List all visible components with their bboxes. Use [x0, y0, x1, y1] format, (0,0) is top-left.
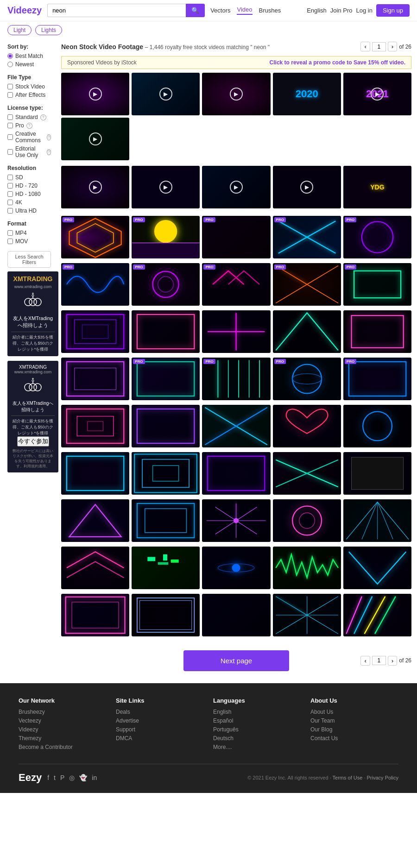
video-thumb-1[interactable]: PRO [61, 216, 129, 258]
search-button[interactable]: 🔍 [186, 4, 205, 17]
format-mp4[interactable]: MP4 [7, 230, 51, 236]
license-pro-info[interactable]: ? [26, 123, 32, 129]
sponsored-cta[interactable]: Click to reveal a promo code to Save 15%… [270, 59, 405, 66]
video-thumb-s4[interactable]: 2020 [273, 73, 341, 115]
login-button[interactable]: Log in [356, 7, 372, 14]
video-thumb-24[interactable] [273, 405, 341, 447]
prev-page-button[interactable]: ‹ [360, 42, 370, 51]
video-thumb-22[interactable] [132, 405, 200, 447]
license-standard[interactable]: Standard ? [7, 114, 51, 120]
footer-videezy[interactable]: Videezy [19, 726, 107, 733]
video-thumb-25[interactable] [343, 405, 411, 447]
footer-english[interactable]: English [213, 709, 301, 715]
video-thumb-18[interactable]: PRO [202, 358, 270, 400]
video-thumb-43[interactable] [202, 594, 270, 636]
video-thumb-s8[interactable]: ▶ [132, 166, 200, 208]
video-thumb-42[interactable] [132, 594, 200, 636]
nav-brushes[interactable]: Brushes [259, 7, 281, 14]
ad-cta-button[interactable]: 今すぐ参加 [17, 436, 49, 447]
format-mov[interactable]: MOV [7, 238, 51, 245]
sort-best-match[interactable]: Best Match [7, 53, 51, 59]
res-720[interactable]: HD - 720 [7, 182, 51, 189]
video-thumb-8[interactable]: PRO [202, 263, 270, 306]
video-thumb-39[interactable] [273, 547, 341, 589]
video-thumb-13[interactable] [202, 310, 270, 353]
video-thumb-23[interactable] [202, 405, 270, 447]
page-input-bottom[interactable] [372, 656, 386, 665]
terms-link[interactable]: Terms of Use [333, 775, 363, 780]
footer-our-team[interactable]: Our Team [310, 717, 398, 724]
pinterest-icon[interactable]: P [60, 774, 64, 781]
footer-dmca[interactable]: DMCA [116, 735, 204, 742]
video-thumb-32[interactable] [132, 499, 200, 542]
video-thumb-9[interactable]: PRO [273, 263, 341, 306]
video-thumb-s2[interactable]: ▶ [132, 73, 200, 115]
video-thumb-12[interactable] [132, 310, 200, 353]
video-thumb-s3[interactable]: ▶ [202, 73, 270, 115]
video-thumb-34[interactable] [273, 499, 341, 542]
tag-light[interactable]: Light [7, 25, 32, 35]
video-thumb-6[interactable]: PRO [61, 263, 129, 306]
video-thumb-16[interactable] [61, 358, 129, 400]
footer-contact[interactable]: Contact Us [310, 735, 398, 742]
video-thumb-5[interactable]: PRO [343, 216, 411, 258]
video-thumb-37[interactable] [132, 547, 200, 589]
footer-brusheezy[interactable]: Brusheezy [19, 709, 107, 715]
video-thumb-40[interactable] [343, 547, 411, 589]
next-page-top-button[interactable]: › [388, 42, 397, 51]
license-editorial-info[interactable]: ? [47, 149, 51, 155]
license-pro[interactable]: Pro ? [7, 122, 51, 129]
video-thumb-31[interactable] [61, 499, 129, 542]
prev-page-bottom[interactable]: ‹ [360, 656, 370, 666]
video-thumb-2[interactable]: PRO [132, 216, 200, 258]
video-thumb-14[interactable] [273, 310, 341, 353]
video-thumb-s9[interactable]: ▶ [202, 166, 270, 208]
video-thumb-s11[interactable]: YDG [343, 166, 411, 208]
next-page-button[interactable]: Next page [183, 650, 289, 671]
footer-support[interactable]: Support [116, 726, 204, 733]
footer-more[interactable]: More.... [213, 744, 301, 750]
res-ultrahd[interactable]: Ultra HD [7, 208, 51, 214]
license-cc-info[interactable]: ? [47, 134, 51, 140]
res-sd[interactable]: SD [7, 174, 51, 181]
search-input[interactable] [47, 4, 186, 17]
video-thumb-19[interactable]: PRO [273, 358, 341, 400]
video-thumb-17[interactable]: PRO [132, 358, 200, 400]
video-thumb-38[interactable] [202, 547, 270, 589]
less-filters-button[interactable]: Less Search Filters [7, 251, 51, 268]
video-thumb-s5[interactable]: 2021 ▶ [343, 73, 411, 115]
nav-video[interactable]: Video [237, 6, 252, 15]
video-thumb-33[interactable] [202, 499, 270, 542]
linkedin-icon[interactable]: in [92, 774, 97, 781]
tag-lights[interactable]: Lights [35, 25, 62, 35]
signup-button[interactable]: Sign up [376, 4, 410, 17]
video-thumb-26[interactable] [61, 452, 129, 495]
video-thumb-27[interactable] [132, 452, 200, 495]
footer-vecteezy[interactable]: Vecteezy [19, 717, 107, 724]
footer-deals[interactable]: Deals [116, 709, 204, 715]
video-thumb-29[interactable] [273, 452, 341, 495]
footer-espanol[interactable]: Español [213, 717, 301, 724]
video-thumb-3[interactable]: PRO [202, 216, 270, 258]
twitter-icon[interactable]: t [54, 774, 56, 781]
snapchat-icon[interactable]: 👻 [79, 774, 87, 781]
file-stock-video[interactable]: Stock Video [7, 83, 51, 90]
license-standard-info[interactable]: ? [40, 114, 46, 120]
join-pro-button[interactable]: Join Pro [330, 7, 353, 14]
res-1080[interactable]: HD - 1080 [7, 191, 51, 197]
video-thumb-11[interactable] [61, 310, 129, 353]
video-thumb-s10[interactable]: ▶ [273, 166, 341, 208]
video-thumb-10[interactable]: PRO [343, 263, 411, 306]
file-after-effects[interactable]: After Effects [7, 92, 51, 98]
footer-our-blog[interactable]: Our Blog [310, 726, 398, 733]
footer-advertise[interactable]: Advertise [116, 717, 204, 724]
next-page-bottom[interactable]: › [388, 656, 397, 666]
res-4k[interactable]: 4K [7, 199, 51, 206]
logo[interactable]: Videezy [7, 5, 42, 16]
footer-themezy[interactable]: Themezy [19, 735, 107, 742]
video-thumb-21[interactable] [61, 405, 129, 447]
video-thumb-s6[interactable]: ▶ [61, 118, 129, 160]
video-thumb-35[interactable] [343, 499, 411, 542]
video-thumb-20[interactable]: PRO [343, 358, 411, 400]
video-thumb-15[interactable] [343, 310, 411, 353]
